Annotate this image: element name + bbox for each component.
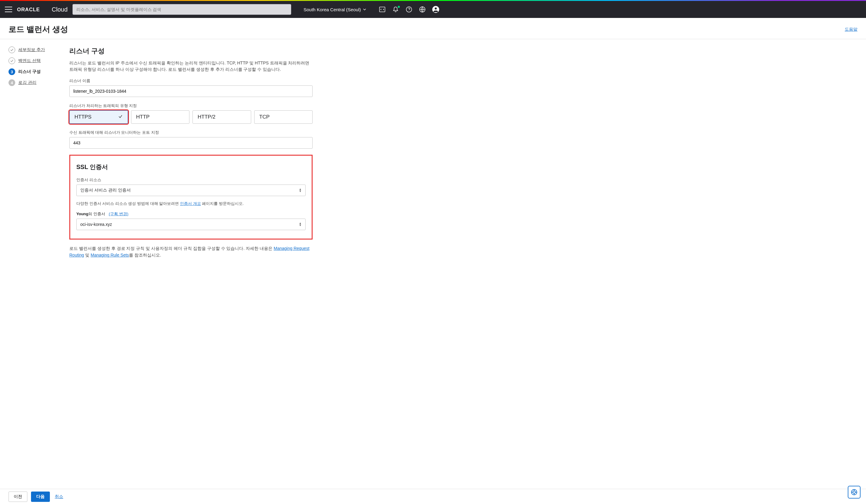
svg-rect-1 bbox=[379, 7, 385, 12]
top-nav: ORACLE Cloud South Korea Central (Seoul) bbox=[0, 1, 866, 18]
page-title: 로드 밸런서 생성 bbox=[9, 24, 68, 35]
svg-point-2 bbox=[406, 7, 412, 12]
wizard-step-3: 3 리스너 구성 bbox=[9, 68, 57, 75]
port-label: 수신 트래픽에 대해 리스너가 모니터하는 포트 지정 bbox=[69, 130, 313, 135]
ssl-certificate-box: SSL 인증서 인증서 리소스 인증서 서비스 관리 인증서 ▲▼ 다양한 인증… bbox=[69, 155, 313, 239]
wizard-step-2[interactable]: 백엔드 선택 bbox=[9, 57, 57, 64]
wizard-step-2-label[interactable]: 백엔드 선택 bbox=[18, 58, 41, 64]
check-icon bbox=[9, 46, 15, 53]
listener-name-label: 리스너 이름 bbox=[69, 78, 313, 83]
region-label: South Korea Central (Seoul) bbox=[303, 7, 360, 12]
globe-icon[interactable] bbox=[419, 6, 426, 13]
logo-cloud-text: Cloud bbox=[52, 6, 67, 13]
page-header: 로드 밸런서 생성 도움말 bbox=[0, 18, 866, 39]
section-title: 리스너 구성 bbox=[69, 46, 313, 56]
footer-text: 로드 밸런서를 생성한 후 경로 지정 규칙 및 사용자정의 헤더 규칙 집합을… bbox=[69, 245, 313, 259]
spinner-icon: ▲▼ bbox=[299, 222, 302, 226]
cert-resource-label: 인증서 리소스 bbox=[76, 177, 306, 183]
traffic-types: HTTPS HTTP HTTP/2 TCP bbox=[69, 110, 313, 124]
help-icon[interactable] bbox=[405, 6, 413, 13]
cert-select[interactable]: oci-isv-korea.xyz ▲▼ bbox=[76, 219, 306, 230]
traffic-http[interactable]: HTTP bbox=[131, 110, 190, 124]
help-link[interactable]: 도움말 bbox=[845, 27, 857, 32]
wizard: 세부정보 추가 백엔드 선택 3 리스너 구성 4 로깅 관리 bbox=[9, 46, 57, 259]
wizard-step-4-label[interactable]: 로깅 관리 bbox=[18, 80, 36, 86]
traffic-http-label: HTTP bbox=[136, 114, 149, 120]
region-selector[interactable]: South Korea Central (Seoul) bbox=[303, 7, 366, 12]
logo[interactable]: ORACLE Cloud bbox=[17, 6, 67, 13]
cert-info: 다양한 인증서 서비스 리소스 생성 방법에 대해 알아보려면 인증서 개요 페… bbox=[76, 201, 306, 206]
step-number: 4 bbox=[9, 79, 15, 86]
wizard-step-1-label[interactable]: 세부정보 추가 bbox=[18, 47, 45, 53]
traffic-https-label: HTTPS bbox=[75, 114, 91, 120]
step-number: 3 bbox=[9, 68, 15, 75]
traffic-http2-label: HTTP/2 bbox=[198, 114, 215, 120]
cert-resource-select[interactable]: 인증서 서비스 관리 인증서 ▲▼ bbox=[76, 184, 306, 196]
search-input[interactable] bbox=[73, 4, 291, 15]
traffic-http2[interactable]: HTTP/2 bbox=[192, 110, 251, 124]
young-cert-label: Young의 인증서 (구획 변경) bbox=[76, 211, 306, 217]
listener-name-input[interactable] bbox=[69, 86, 313, 97]
check-icon bbox=[118, 114, 123, 120]
rulesets-link[interactable]: Managing Rule Sets bbox=[91, 253, 129, 257]
svg-text:ORACLE: ORACLE bbox=[17, 7, 40, 12]
traffic-tcp-label: TCP bbox=[259, 114, 270, 120]
wizard-step-4[interactable]: 4 로깅 관리 bbox=[9, 79, 57, 86]
section-desc: 리스너는 로드 밸런서의 IP 주소에서 수신 트래픽을 확인하는 논리적 엔티… bbox=[69, 60, 313, 72]
ssl-title: SSL 인증서 bbox=[76, 163, 306, 171]
user-icon[interactable] bbox=[432, 6, 440, 13]
traffic-type-label: 리스너가 처리하는 트래픽의 유형 지정 bbox=[69, 103, 313, 109]
cert-overview-link[interactable]: 인증서 개요 bbox=[180, 201, 201, 206]
svg-point-5 bbox=[434, 7, 437, 10]
main-panel: 리스너 구성 리스너는 로드 밸런서의 IP 주소에서 수신 트래픽을 확인하는… bbox=[69, 46, 313, 259]
wizard-step-1[interactable]: 세부정보 추가 bbox=[9, 46, 57, 53]
wizard-step-3-label: 리스너 구성 bbox=[18, 69, 41, 75]
spinner-icon: ▲▼ bbox=[299, 188, 302, 192]
port-input[interactable] bbox=[69, 137, 313, 149]
traffic-https[interactable]: HTTPS bbox=[69, 110, 128, 124]
traffic-tcp[interactable]: TCP bbox=[254, 110, 313, 124]
dev-tools-icon[interactable] bbox=[379, 6, 386, 13]
change-compartment-link[interactable]: (구획 변경) bbox=[109, 212, 128, 216]
search-box bbox=[73, 4, 291, 15]
chevron-down-icon bbox=[363, 8, 366, 11]
cert-resource-value: 인증서 서비스 관리 인증서 bbox=[80, 188, 131, 193]
notification-icon[interactable] bbox=[392, 6, 399, 13]
content: 세부정보 추가 백엔드 선택 3 리스너 구성 4 로깅 관리 리스너 구성 리… bbox=[0, 39, 866, 283]
check-icon bbox=[9, 57, 15, 64]
nav-icons bbox=[379, 6, 440, 13]
hamburger-icon[interactable] bbox=[5, 7, 12, 12]
cert-value: oci-isv-korea.xyz bbox=[80, 222, 112, 227]
